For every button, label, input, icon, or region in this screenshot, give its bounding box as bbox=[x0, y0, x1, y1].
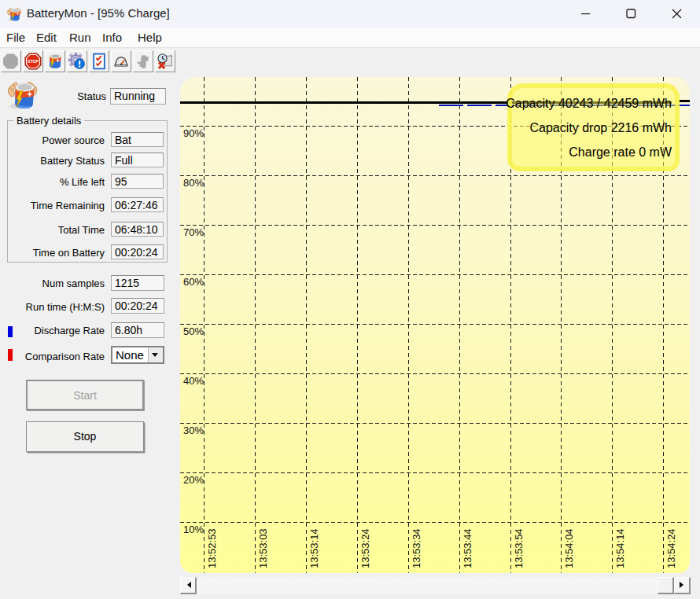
svg-text:STOP: STOP bbox=[28, 59, 39, 64]
